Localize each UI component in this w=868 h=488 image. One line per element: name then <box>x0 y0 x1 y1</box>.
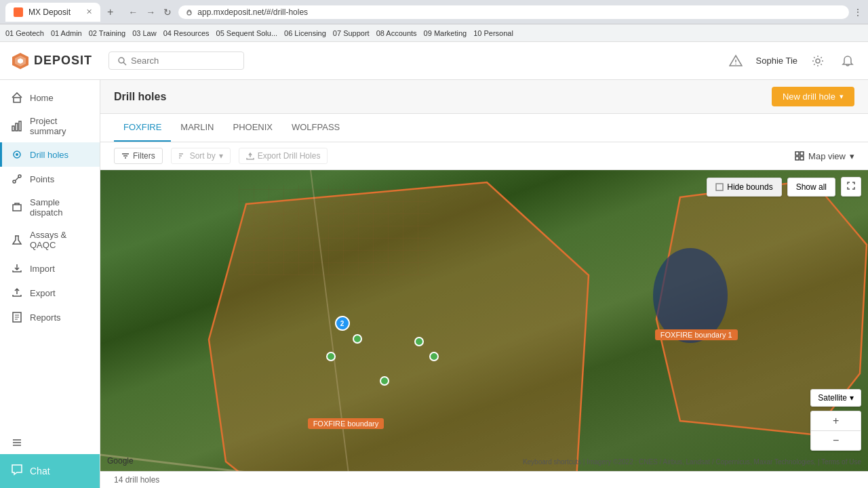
map-background: 2 FOXFIRE boundary FOXFIRE boundary 1 Hi… <box>100 170 868 471</box>
map-bottom-right-controls: Satellite ▾ + − <box>810 389 861 451</box>
tab-wolfpass[interactable]: WOLFPASS <box>282 114 349 142</box>
alert-icon[interactable] <box>726 52 745 70</box>
hide-bounds-button[interactable]: Hide bounds <box>707 178 781 197</box>
fields-grid <box>239 185 431 275</box>
search-bar[interactable] <box>108 52 244 70</box>
svg-point-17 <box>18 175 21 178</box>
zoom-out-button[interactable]: − <box>811 431 861 450</box>
filters-button[interactable]: Filters <box>114 148 163 164</box>
dispatch-icon <box>11 201 23 214</box>
satellite-button[interactable]: Satellite ▾ <box>810 389 861 407</box>
logo-icon <box>11 52 30 70</box>
svg-rect-12 <box>16 123 18 131</box>
satellite-label: Satellite <box>818 393 847 403</box>
forward-button[interactable]: → <box>143 5 158 19</box>
sidebar-item-drill-holes[interactable]: Drill holes <box>0 142 100 167</box>
logo-text: DEPOSIT <box>34 54 92 68</box>
bookmark-law[interactable]: 03 Law <box>132 29 156 37</box>
dropdown-arrow-icon: ▾ <box>840 92 844 101</box>
tab-foxfire[interactable]: FOXFIRE <box>114 114 171 142</box>
sort-by-button[interactable]: Sort by ▾ <box>171 148 231 164</box>
svg-point-8 <box>735 63 736 64</box>
export-drill-button[interactable]: Export Drill Holes <box>239 148 328 164</box>
bookmark-personal[interactable]: 10 Personal <box>473 29 513 37</box>
address-text: app.mxdeposit.net/#/drill-holes <box>197 7 308 17</box>
browser-tab[interactable]: MX Deposit ✕ <box>5 3 100 22</box>
sidebar-item-assays[interactable]: Assays & QAQC <box>0 224 100 256</box>
map-container[interactable]: 2 FOXFIRE boundary FOXFIRE boundary 1 Hi… <box>100 170 868 471</box>
bookmark-marketing[interactable]: 09 Marketing <box>424 29 467 37</box>
fullscreen-icon <box>847 182 855 190</box>
sidebar-item-points[interactable]: Points <box>0 167 100 191</box>
sidebar-item-reports[interactable]: Reports <box>0 305 100 329</box>
sidebar-bottom: Chat <box>0 431 100 488</box>
tab-marlin[interactable]: MARLIN <box>171 114 223 142</box>
new-drill-hole-button[interactable]: New drill hole ▾ <box>772 87 854 106</box>
bookmark-support[interactable]: 07 Support <box>333 29 370 37</box>
map-marker-4[interactable] <box>429 352 439 361</box>
tab-phoenix[interactable]: PHOENIX <box>223 114 282 142</box>
page-header: Drill holes New drill hole ▾ <box>100 80 868 114</box>
svg-point-15 <box>16 153 18 156</box>
page-content: Drill holes New drill hole ▾ FOXFIRE MAR… <box>100 80 868 488</box>
points-icon <box>11 173 23 185</box>
address-bar[interactable]: app.mxdeposit.net/#/drill-holes <box>178 5 849 19</box>
svg-point-4 <box>119 58 124 63</box>
bookmark-geotech[interactable]: 01 Geotech <box>5 29 44 37</box>
browser-menu-button[interactable]: ⋮ <box>853 7 863 18</box>
map-view-toggle[interactable]: Map view ▾ <box>795 151 854 161</box>
show-all-button[interactable]: Show all <box>787 178 835 197</box>
bookmark-sequent[interactable]: 05 Sequent Solu... <box>216 29 278 37</box>
sidebar: Home Project summary Drill holes Points <box>0 80 100 488</box>
browser-chrome: MX Deposit ✕ + ← → ↻ app.mxdeposit.net/#… <box>0 0 868 24</box>
settings-icon[interactable] <box>808 52 827 70</box>
tabs-row: FOXFIRE MARLIN PHOENIX WOLFPASS <box>100 114 868 142</box>
app: DEPOSIT Sophie Tie <box>0 42 868 488</box>
map-marker-cluster-1[interactable]: 2 <box>335 316 350 331</box>
browser-actions: ⋮ <box>853 7 863 18</box>
bookmark-admin[interactable]: 01 Admin <box>51 29 82 37</box>
bookmark-accounts[interactable]: 08 Accounts <box>376 29 417 37</box>
foxfire-boundary-label: FOXFIRE boundary <box>308 418 384 429</box>
sidebar-label-export: Export <box>30 288 56 298</box>
map-view-icon <box>795 151 804 161</box>
map-marker-3[interactable] <box>414 337 424 346</box>
bookmark-licensing[interactable]: 06 Licensing <box>284 29 326 37</box>
sidebar-item-export[interactable]: Export <box>0 281 100 305</box>
sidebar-label-assays: Assays & QAQC <box>30 230 89 250</box>
search-input[interactable] <box>131 56 226 66</box>
sort-dropdown-icon: ▾ <box>219 151 223 161</box>
tab-close-button[interactable]: ✕ <box>86 7 92 16</box>
sidebar-item-project-summary[interactable]: Project summary <box>0 110 100 142</box>
sidebar-item-home[interactable]: Home <box>0 85 100 110</box>
drill-count: 14 drill holes <box>114 475 159 485</box>
svg-rect-13 <box>19 121 21 131</box>
tab-favicon <box>14 7 23 17</box>
chat-icon <box>11 464 23 479</box>
zoom-in-button[interactable]: + <box>811 411 861 431</box>
collapse-sidebar-button[interactable] <box>0 431 100 454</box>
map-marker-2[interactable] <box>326 352 336 361</box>
fullscreen-button[interactable] <box>841 177 861 197</box>
filters-label: Filters <box>133 151 155 161</box>
export-icon <box>11 287 23 299</box>
svg-line-18 <box>16 178 19 181</box>
svg-rect-37 <box>800 157 804 160</box>
map-marker-1[interactable] <box>353 334 362 344</box>
export-drill-icon <box>246 152 254 160</box>
refresh-button[interactable]: ↻ <box>161 5 174 19</box>
svg-rect-36 <box>795 157 799 160</box>
user-name: Sophie Tie <box>756 56 797 66</box>
notification-bell-icon[interactable] <box>838 52 857 70</box>
sidebar-item-sample-dispatch[interactable]: Sample dispatch <box>0 191 100 224</box>
new-tab-button[interactable]: + <box>104 3 116 21</box>
sidebar-label-sample-dispatch: Sample dispatch <box>30 197 89 218</box>
show-all-label: Show all <box>796 182 827 192</box>
bookmark-resources[interactable]: 04 Resources <box>163 29 210 37</box>
import-icon <box>11 262 23 274</box>
sidebar-item-chat[interactable]: Chat <box>0 454 100 488</box>
bookmark-training[interactable]: 02 Training <box>89 29 125 37</box>
back-button[interactable]: ← <box>125 5 140 19</box>
sidebar-item-import[interactable]: Import <box>0 256 100 281</box>
map-marker-5[interactable] <box>380 376 389 386</box>
